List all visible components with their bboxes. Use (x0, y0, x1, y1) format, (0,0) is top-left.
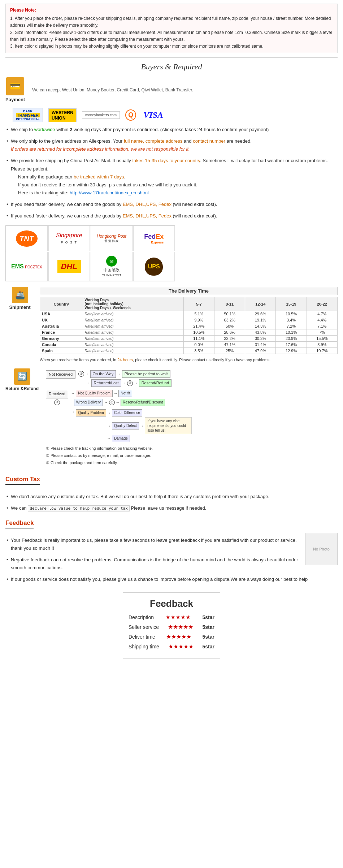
table-row: Australia Rate(item arrived) 21.4% 50% 1… (40, 323, 338, 329)
seller-rating: 5star (203, 624, 214, 630)
feedback-card: Feedback Description ★★★★★ 5star Seller … (123, 592, 220, 658)
arrow-r14: → (107, 436, 111, 441)
return-notes: ① Please check the tracking information … (46, 445, 336, 466)
th-country: Country (40, 297, 83, 311)
not-received-row: Not Received ① → On the Way → Please be … (46, 370, 336, 387)
au-8-11: 50% (214, 323, 245, 329)
tracked-text: be tracked within 7 days (74, 174, 124, 180)
shipping-rating: 5star (203, 644, 214, 649)
not-fit-box: Not fit (118, 390, 132, 397)
feedback-bullets: Your Feedback is really important to us,… (5, 536, 338, 583)
table-row: France Rate(item arrived) 10.5% 28.6% 43… (40, 329, 338, 336)
dhl-logo: DHL (57, 260, 81, 273)
country-france: France (40, 329, 83, 336)
bullet-ems-1: If you need faster delivery, we can send… (7, 200, 338, 208)
feedback-content: No Photo Your Feedback is really importa… (5, 533, 338, 587)
table-row: Germany Rate(item arrived) 11.1% 22.2% 3… (40, 336, 338, 342)
custom-tax-bullets: We don't assume any customs duty or tax.… (5, 493, 338, 512)
buyers-required-heading: Buyers & Required (5, 62, 338, 72)
fr-8-11: 28.6% (214, 329, 245, 336)
arrow-r10: → (71, 409, 75, 415)
feedback-row-deliver: Deliver time ★★★★★ 5star (129, 633, 214, 640)
th-8-11: 8-11 (214, 297, 245, 311)
rate-canada: Rate(item arrived) (83, 342, 183, 348)
return-icon: 🔄 (14, 368, 30, 385)
please-note-box: Please Note: 1. After you place the orde… (5, 4, 338, 53)
incomplete-address-warning: If orders are returned for incomplete ad… (11, 146, 190, 152)
returned-lost-box: Returned/Lost (91, 379, 121, 387)
usa-12-14: 29.6% (245, 311, 276, 317)
delivery-note: When you receive the items you ordered, … (40, 357, 338, 363)
rate-spain: Rate(item arrived) (83, 348, 183, 354)
return-label: Return &Refund (5, 386, 39, 391)
ca-15-19: 17.6% (276, 342, 307, 348)
country-canada: Canada (40, 342, 83, 348)
shipping-label: Shipping time (129, 644, 159, 649)
shipping-logos-grid: TNT Singapore P O S T Hongkong Post 香 港 … (5, 225, 175, 281)
bullet-china-post: We provide free shipping by China Post A… (7, 157, 338, 197)
circle-2a: ② (127, 380, 133, 386)
uk-8-11: 63.2% (214, 317, 245, 323)
shipment-icon: 🚢 (12, 287, 28, 303)
flowchart-area: Not Received ① → On the Way → Please be … (44, 368, 338, 468)
ups-logo: UPS (145, 258, 163, 276)
delivery-table: Country Working Days(not including holid… (40, 297, 338, 354)
received-row: Received ③ → Not Quality Problem → Not f… (46, 390, 336, 442)
divider-1 (5, 57, 338, 58)
usa-15-19: 10.5% (276, 311, 307, 317)
payment-section: 💳 Payment We can accept West Union, Mone… (5, 75, 338, 104)
ca-8-11: 47.1% (214, 342, 245, 348)
deliver-rating: 5star (203, 634, 214, 640)
shipping-stars: ★★★★★ (168, 643, 194, 650)
payment-label: Payment (5, 97, 25, 102)
tnt-logo: TNT (16, 230, 38, 247)
days-bold: 2 (70, 127, 72, 132)
uk-5-7: 9.9% (183, 317, 214, 323)
please-note-item-2: 2. Size information: Please allow 1-3cm … (10, 29, 333, 43)
custom-tax-bullet-2: We can declare low value to help reduce … (7, 504, 338, 512)
arrow-r9: → (116, 400, 120, 405)
bullet-ems-2: If you need faster delivery, we can send… (7, 212, 338, 220)
seller-stars: ★★★★★ (168, 623, 193, 630)
th-5-7: 5-7 (183, 297, 214, 311)
table-row: Canada Rate(item arrived) 0.0% 47.1% 31.… (40, 342, 338, 348)
rate-france: Rate(item arrived) (83, 329, 183, 336)
declare-low-value-text: declare low value to help reduce your ta… (28, 505, 130, 511)
hkpost-cell: Hongkong Post 香 港 郵 政 (91, 226, 133, 251)
quality-problem-box: Quality Problem (76, 409, 106, 416)
shipment-icon-area: 🚢 Shipment (5, 287, 34, 310)
hkpost-logo: Hongkong Post 香 港 郵 政 (97, 234, 126, 243)
worldwide-text: worldwide (34, 127, 55, 132)
payment-logos: BANK TRANSFER INTERNATIONAL WESTERN UNIO… (13, 108, 338, 122)
ems-logo: EMS POCZTEX (11, 263, 42, 270)
es-15-19: 12.9% (276, 348, 307, 354)
payment-icon: 💳 (6, 77, 24, 95)
rate-uk: Rate(item arrived) (83, 317, 183, 323)
arrow-r7: → (114, 391, 118, 396)
custom-tax-bullet-1: We don't assume any customs duty or tax.… (7, 493, 338, 501)
takes-days-text: takes 15-35 days to your country (132, 158, 200, 163)
tnt-logo-cell: TNT (6, 226, 48, 251)
damage-box: Damage (112, 435, 130, 442)
please-note-item-3: 3. Item color displayed in photos may be… (10, 43, 333, 50)
arrow-r8: → (104, 400, 108, 405)
ems-text-2: EMS, DHL,UPS, Fedex (123, 213, 172, 219)
usa-5-7: 5.1% (183, 311, 214, 317)
de-8-11: 22.2% (214, 336, 245, 342)
circle-1a: ① (78, 371, 84, 377)
full-name-text: full name, complete address (124, 138, 183, 144)
country-spain: Spain (40, 348, 83, 354)
de-15-19: 20.9% (276, 336, 307, 342)
moneybookers-logo: moneybookers.com (82, 111, 120, 119)
uk-12-14: 19.1% (245, 317, 276, 323)
arrow-r13: → (140, 423, 144, 429)
usa-8-11: 50.1% (214, 311, 245, 317)
return-note-2: ② Please contact us by meesage, e-mail, … (46, 452, 336, 459)
ems-pocztex-cell: EMS POCZTEX (6, 252, 48, 281)
deliver-label: Deliver time (129, 634, 155, 640)
tracking-link[interactable]: http://www.17track.net/index_en.shtml (70, 190, 149, 195)
seller-label: Seller service (129, 624, 159, 630)
de-5-7: 11.1% (183, 336, 214, 342)
chinapost-cell: ✉ 中国邮政 CHINA POST (91, 252, 133, 281)
au-20-22: 7.1% (307, 323, 337, 329)
